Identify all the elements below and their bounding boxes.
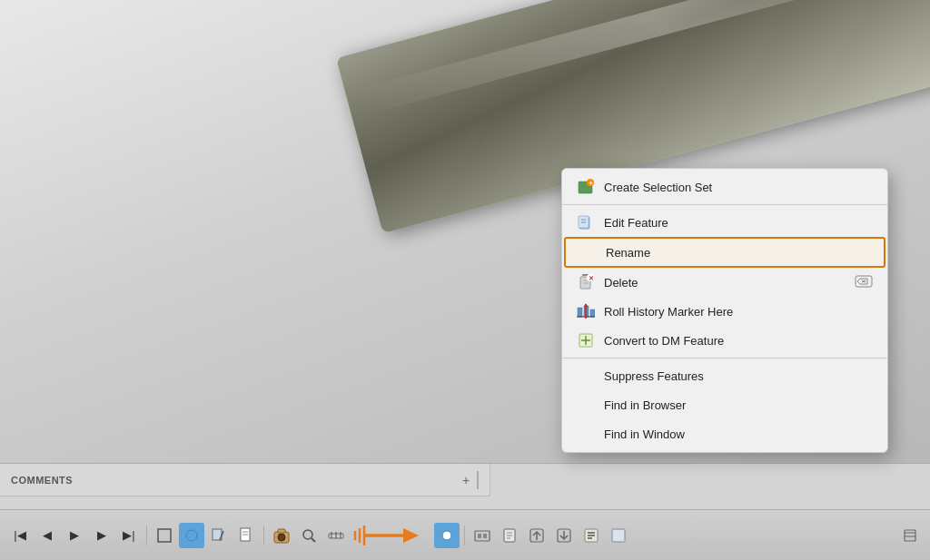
context-menu: ✦ Create Selection Set Edit Feature Rena… xyxy=(561,168,888,453)
toolbar-target-button[interactable] xyxy=(434,523,460,548)
svg-marker-20 xyxy=(403,528,419,543)
svg-text:✕: ✕ xyxy=(589,275,594,281)
svg-text:✦: ✦ xyxy=(589,181,593,186)
toolbar-settings-button[interactable] xyxy=(897,523,923,548)
toolbar-btn-extra-3[interactable] xyxy=(524,523,549,548)
svg-rect-0 xyxy=(158,529,171,542)
menu-item-create-selection-set[interactable]: ✦ Create Selection Set xyxy=(562,172,887,201)
toolbar-camera-button[interactable] xyxy=(269,523,294,548)
menu-item-convert-dm[interactable]: Convert to DM Feature xyxy=(562,326,887,355)
toolbar-edit-button[interactable] xyxy=(206,523,232,548)
toolbar-btn-extra-4[interactable] xyxy=(551,523,577,548)
comments-add-button[interactable]: + xyxy=(459,473,473,487)
toolbar-separator-2 xyxy=(263,526,264,545)
toolbar-sphere-button[interactable] xyxy=(179,523,204,548)
delete-shortcut xyxy=(855,274,873,291)
menu-item-find-browser-label: Find in Browser xyxy=(604,398,873,412)
svg-rect-58 xyxy=(578,308,582,317)
menu-item-convert-dm-label: Convert to DM Feature xyxy=(604,334,873,348)
toolbar-begin-button[interactable]: |◀ xyxy=(7,523,33,548)
toolbar-separator-3 xyxy=(464,526,465,545)
svg-rect-9 xyxy=(278,529,285,533)
menu-item-edit-feature-label: Edit Feature xyxy=(604,216,873,230)
toolbar-page-button[interactable] xyxy=(233,523,259,548)
menu-item-find-window-label: Find in Window xyxy=(604,427,873,441)
menu-item-find-window[interactable]: Find in Window xyxy=(562,419,887,448)
menu-divider-2 xyxy=(562,358,887,359)
comments-divider xyxy=(477,471,479,489)
svg-rect-23 xyxy=(475,531,490,541)
toolbar-zoom-button[interactable] xyxy=(296,523,322,548)
delete-icon: ✕ xyxy=(577,273,595,291)
menu-item-rename[interactable]: Rename xyxy=(564,237,885,268)
svg-point-8 xyxy=(278,534,285,541)
menu-divider-1 xyxy=(562,204,887,205)
menu-item-delete-label: Delete xyxy=(604,276,846,290)
toolbar: |◀ ◀ ▶ ▶ ▶| xyxy=(0,509,930,560)
toolbar-end-button[interactable]: ▶| xyxy=(116,523,142,548)
svg-marker-63 xyxy=(584,303,588,307)
svg-point-10 xyxy=(303,530,312,539)
bottom-panel: COMMENTS + |◀ ◀ ▶ ▶ ▶| xyxy=(0,463,930,560)
find-window-icon xyxy=(577,425,595,443)
toolbar-btn-extra-2[interactable] xyxy=(497,523,522,548)
svg-rect-38 xyxy=(612,529,625,542)
comments-bar: COMMENTS + xyxy=(0,464,490,496)
toolbar-separator-1 xyxy=(146,526,147,545)
find-browser-icon xyxy=(577,396,595,414)
menu-item-roll-history-label: Roll History Marker Here xyxy=(604,305,873,319)
toolbar-play-button[interactable]: ▶ xyxy=(62,523,87,548)
suppress-features-icon xyxy=(577,367,595,385)
toolbar-next-button[interactable]: ▶ xyxy=(89,523,114,548)
menu-item-suppress-features[interactable]: Suppress Features xyxy=(562,361,887,390)
toolbar-prev-button[interactable]: ◀ xyxy=(35,523,60,548)
menu-item-edit-feature[interactable]: Edit Feature xyxy=(562,208,887,237)
comments-label: COMMENTS xyxy=(11,475,73,486)
svg-rect-24 xyxy=(478,534,481,538)
toolbar-btn-extra-1[interactable] xyxy=(470,523,495,548)
selection-set-icon: ✦ xyxy=(577,178,595,196)
menu-item-find-browser[interactable]: Find in Browser xyxy=(562,390,887,419)
toolbar-btn-extra-6[interactable] xyxy=(606,523,631,548)
menu-item-delete[interactable]: ✕ Delete xyxy=(562,268,887,297)
svg-line-11 xyxy=(312,538,315,542)
convert-dm-icon xyxy=(577,331,595,349)
menu-item-roll-history[interactable]: Roll History Marker Here xyxy=(562,297,887,326)
menu-item-suppress-features-label: Suppress Features xyxy=(604,369,873,383)
menu-item-rename-label: Rename xyxy=(606,246,871,260)
toolbar-measure-button[interactable] xyxy=(323,523,349,548)
svg-point-1 xyxy=(186,530,197,541)
toolbar-btn-extra-5[interactable] xyxy=(579,523,604,548)
rename-icon xyxy=(579,243,597,261)
svg-rect-60 xyxy=(590,309,595,317)
toolbar-box-button[interactable] xyxy=(152,523,177,548)
menu-item-create-selection-set-label: Create Selection Set xyxy=(604,181,873,194)
svg-point-22 xyxy=(442,531,451,540)
svg-rect-39 xyxy=(905,530,915,541)
svg-rect-25 xyxy=(483,534,487,538)
roll-history-icon xyxy=(577,302,595,320)
arrow-annotation xyxy=(351,517,432,554)
edit-feature-icon xyxy=(577,213,595,231)
